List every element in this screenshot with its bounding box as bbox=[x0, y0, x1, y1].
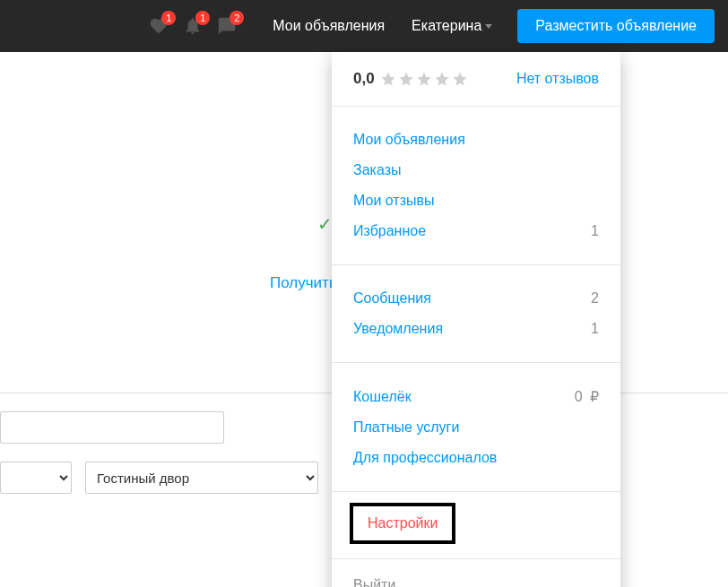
messages-count: 2 bbox=[591, 290, 599, 306]
top-navigation-bar: 1 1 2 Мои объявления Екатерина Разместит… bbox=[0, 0, 728, 52]
rating-value: 0,0 bbox=[353, 70, 375, 88]
menu-paid-services[interactable]: Платные услуги bbox=[353, 419, 459, 436]
rating-row: 0,0 Нет отзывов bbox=[353, 70, 599, 88]
dropdown-settings-section: Настройки bbox=[332, 491, 620, 558]
star-icon bbox=[452, 71, 468, 87]
user-menu-toggle[interactable]: Екатерина bbox=[412, 18, 492, 34]
menu-settings[interactable]: Настройки bbox=[368, 515, 438, 531]
check-icon: ✓ bbox=[317, 213, 333, 235]
dropdown-money-section: Кошелёк 0 ₽ Платные услуги Для профессио… bbox=[332, 362, 620, 491]
menu-wallet[interactable]: Кошелёк bbox=[353, 389, 412, 405]
wallet-value: 0 bbox=[575, 389, 583, 404]
notifications-badge: 1 bbox=[195, 11, 210, 25]
dropdown-comm-section: Сообщения 2 Уведомления 1 bbox=[332, 264, 620, 362]
menu-logout[interactable]: Выйти bbox=[353, 577, 395, 587]
messages-badge: 2 bbox=[230, 11, 244, 25]
user-name-label: Екатерина bbox=[412, 18, 481, 34]
header-icon-group: 1 1 2 bbox=[149, 16, 237, 36]
menu-orders[interactable]: Заказы bbox=[353, 162, 401, 178]
dropdown-logout-section: Выйти bbox=[332, 558, 620, 587]
star-icon bbox=[398, 71, 414, 87]
favorites-badge: 1 bbox=[161, 11, 176, 25]
text-input[interactable] bbox=[0, 411, 224, 444]
menu-notifications[interactable]: Уведомления bbox=[353, 321, 443, 337]
favorites-count: 1 bbox=[591, 223, 599, 239]
menu-favorites[interactable]: Избранное bbox=[353, 223, 426, 239]
star-icon bbox=[434, 71, 450, 87]
menu-my-ads[interactable]: Мои объявления bbox=[353, 132, 465, 148]
star-icon bbox=[380, 71, 396, 87]
small-select[interactable] bbox=[0, 462, 72, 494]
favorites-icon-button[interactable]: 1 bbox=[149, 16, 169, 36]
dropdown-profile-section: Мои объявления Заказы Мои отзывы Избранн… bbox=[332, 106, 620, 264]
currency-symbol: ₽ bbox=[590, 389, 599, 404]
menu-messages[interactable]: Сообщения bbox=[353, 290, 431, 306]
metro-select[interactable]: Гостиный двор bbox=[85, 462, 318, 494]
notifications-icon-button[interactable]: 1 bbox=[183, 16, 203, 36]
dropdown-rating-section: 0,0 Нет отзывов bbox=[332, 52, 620, 106]
messages-icon-button[interactable]: 2 bbox=[217, 16, 237, 36]
wallet-amount: 0 ₽ bbox=[575, 388, 599, 405]
rating-stars bbox=[380, 71, 468, 87]
user-dropdown-menu: 0,0 Нет отзывов Мои объявления Заказы Мо… bbox=[332, 52, 620, 587]
chevron-down-icon bbox=[485, 24, 492, 29]
notifications-count: 1 bbox=[591, 321, 599, 337]
settings-highlight-box: Настройки bbox=[350, 503, 455, 544]
my-ads-link[interactable]: Мои объявления bbox=[273, 18, 385, 34]
star-icon bbox=[416, 71, 432, 87]
menu-for-pros[interactable]: Для профессионалов bbox=[353, 450, 497, 466]
no-reviews-link[interactable]: Нет отзывов bbox=[516, 71, 599, 87]
post-ad-button[interactable]: Разместить объявление bbox=[517, 9, 715, 43]
menu-my-reviews[interactable]: Мои отзывы bbox=[353, 193, 435, 209]
